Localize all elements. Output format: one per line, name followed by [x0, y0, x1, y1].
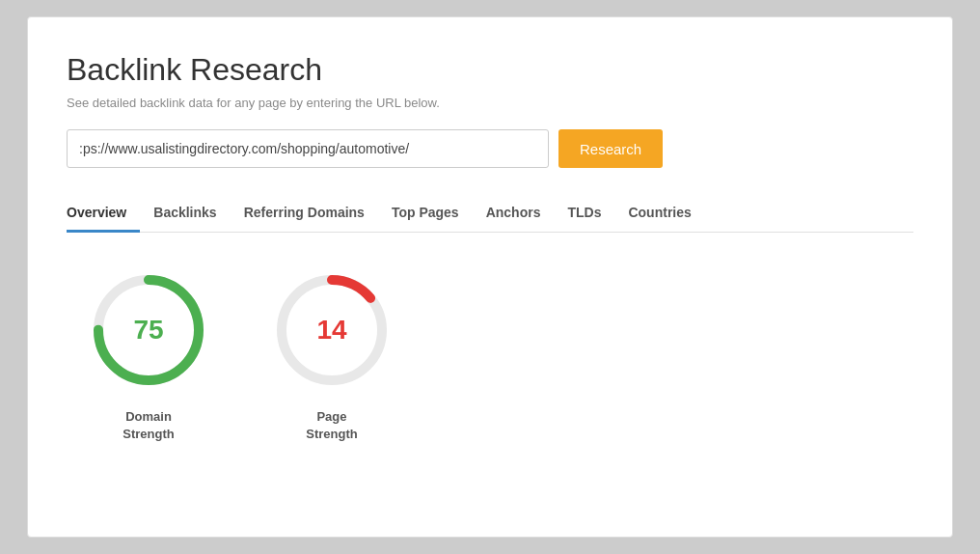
page-strength-gauge: 14 PageStrength: [269, 267, 395, 443]
domain-strength-value: 75: [133, 315, 163, 346]
tab-top-pages[interactable]: Top Pages: [378, 195, 473, 233]
tab-countries[interactable]: Countries: [614, 195, 704, 233]
page-strength-circle: 14: [269, 267, 395, 393]
tab-overview[interactable]: Overview: [67, 195, 140, 233]
page-title: Backlink Research: [67, 52, 913, 88]
page-strength-label: PageStrength: [306, 408, 357, 443]
domain-strength-circle: 75: [86, 267, 211, 393]
page-strength-value: 14: [316, 315, 346, 346]
domain-strength-gauge: 75 DomainStrength: [86, 267, 211, 443]
tab-anchors[interactable]: Anchors: [473, 195, 555, 233]
tab-backlinks[interactable]: Backlinks: [140, 195, 230, 233]
page-subtitle: See detailed backlink data for any page …: [67, 96, 913, 110]
tabs-bar: Overview Backlinks Referring Domains Top…: [67, 195, 913, 233]
gauges-row: 75 DomainStrength 14 PageStrength: [67, 267, 913, 443]
url-input[interactable]: [67, 129, 549, 168]
tab-tlds[interactable]: TLDs: [554, 195, 614, 233]
research-button[interactable]: Research: [558, 129, 663, 168]
main-card: Backlink Research See detailed backlink …: [27, 16, 953, 538]
domain-strength-label: DomainStrength: [122, 408, 174, 443]
tab-referring-domains[interactable]: Referring Domains: [231, 195, 378, 233]
search-row: Research: [67, 129, 913, 168]
